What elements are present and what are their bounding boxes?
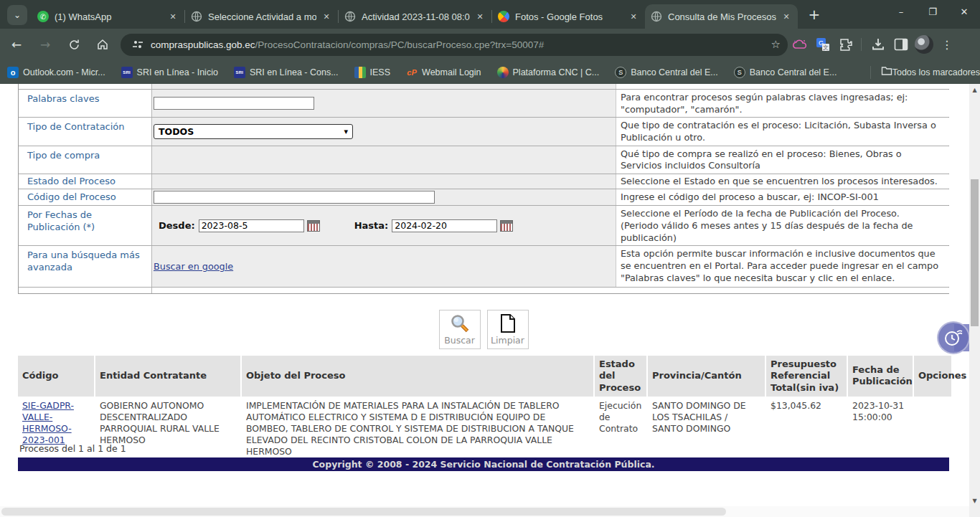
action-buttons: Buscar Limpiar <box>18 310 949 349</box>
results-table: Código Entidad Contratante Objeto del Pr… <box>17 354 953 461</box>
url-path: /ProcesoContratacion/compras/PC/buscarPr… <box>255 39 545 50</box>
bookmark-star-icon[interactable]: ☆ <box>771 38 781 51</box>
bookmark-label: SRI en Línea - Cons... <box>250 67 339 77</box>
url-text: compraspublicas.gob.ec/ProcesoContrataci… <box>151 39 767 50</box>
tab-actividad[interactable]: Actividad 2023-11-08 08:00: ✕ <box>339 4 491 29</box>
field-help: Que tipo de contratación es el proceso: … <box>616 118 950 145</box>
winged-clock-icon <box>943 327 964 348</box>
fecha-desde-input[interactable] <box>199 219 304 232</box>
scroll-up-arrow[interactable]: ▲ <box>969 84 980 95</box>
limpiar-label: Limpiar <box>491 335 524 346</box>
outlook-icon: o <box>7 67 19 78</box>
hasta-label: Hasta: <box>354 220 389 231</box>
profile-avatar[interactable] <box>913 34 935 55</box>
tab-seleccione-actividad[interactable]: Seleccione Actividad a modi ✕ <box>185 4 338 29</box>
forward-icon[interactable]: → <box>33 32 57 57</box>
table-row: SIE-GADPR-VALLE-HERMOSO-2023-001 GOBIERN… <box>18 398 951 460</box>
codigo-proceso-input[interactable] <box>154 191 435 204</box>
side-panel-icon[interactable] <box>890 34 912 55</box>
header-presupuesto: Presupuesto Referencial Total(sin iva) <box>766 356 847 397</box>
desde-label: Desde: <box>159 220 195 231</box>
tab-strip: ⌄ ✆ (1) WhatsApp ✕ Seleccione Actividad … <box>0 0 980 29</box>
bookmark-banco-central-1[interactable]: S Banco Central del E... <box>615 67 718 78</box>
field-help: Ingrese el código del proceso a buscar, … <box>616 189 950 205</box>
reload-icon[interactable] <box>62 32 86 57</box>
selected-option: TODOS <box>159 126 194 137</box>
proceso-codigo-link[interactable]: SIE-GADPR-VALLE-HERMOSO-2023-001 <box>22 400 74 445</box>
tipo-contratacion-select[interactable]: TODOS ▾ <box>154 124 353 139</box>
tab-close-icon[interactable]: ✕ <box>321 11 332 22</box>
home-icon[interactable] <box>90 32 115 57</box>
address-bar[interactable]: compraspublicas.gob.ec/ProcesoContrataci… <box>121 34 788 56</box>
downloads-icon[interactable] <box>867 34 889 55</box>
all-bookmarks[interactable]: Todos los marcadores <box>870 66 980 79</box>
scrollbar-thumb[interactable] <box>1 508 726 516</box>
tab-consulta-procesos-active[interactable]: Consulta de Mis Procesos ✕ <box>645 4 798 29</box>
field-label: Tipo de Contratación <box>27 121 125 132</box>
form-row-palabras-claves: Palabras claves Para encontrar procesos … <box>19 89 948 117</box>
fecha-hasta-input[interactable] <box>392 219 497 232</box>
tab-close-icon[interactable]: ✕ <box>628 11 639 22</box>
minimize-button[interactable]: – <box>885 0 917 23</box>
tab-close-icon[interactable]: ✕ <box>781 11 792 22</box>
globe-icon <box>651 11 662 22</box>
bookmark-webmail[interactable]: cP Webmail Login <box>406 67 481 78</box>
google-photos-icon <box>496 9 512 25</box>
new-tab-button[interactable]: + <box>805 6 824 23</box>
buscar-en-google-link[interactable]: Buscar en google <box>154 261 233 272</box>
buscar-button[interactable]: Buscar <box>439 310 481 349</box>
field-help: Seleccione el Período de la fecha de Pub… <box>616 206 950 245</box>
tab-close-icon[interactable]: ✕ <box>474 11 486 22</box>
sri-icon: SRI <box>121 67 133 78</box>
vertical-scrollbar[interactable]: ▲ ▼ <box>969 84 980 506</box>
extension-cloud-icon[interactable] <box>789 34 811 55</box>
bookmark-cnc[interactable]: Plataforma CNC | C... <box>497 67 600 78</box>
cell-fecha: 2023-10-31 15:00:00 <box>848 398 913 460</box>
globe-icon <box>344 11 356 22</box>
banco-central-icon: S <box>615 67 626 78</box>
back-icon[interactable]: ← <box>4 32 29 57</box>
tab-title: Fotos - Google Fotos <box>515 11 623 22</box>
field-label: Tipo de compra <box>27 150 100 161</box>
horizontal-scrollbar[interactable] <box>0 506 969 517</box>
bookmark-label: Plataforma CNC | C... <box>513 67 600 77</box>
translate-icon[interactable]: G文 <box>812 34 834 55</box>
bookmark-label: Banco Central del E... <box>631 67 718 77</box>
copyright-text: Copyright © 2008 - 2024 Servicio Naciona… <box>312 459 654 470</box>
tab-google-fotos[interactable]: Fotos - Google Fotos ✕ <box>492 4 645 29</box>
scroll-down-arrow[interactable]: ▼ <box>969 495 980 506</box>
bookmark-sri-inicio[interactable]: SRI SRI en Línea - Inicio <box>121 67 218 78</box>
bookmark-label: IESS <box>370 67 391 77</box>
bookmark-banco-central-2[interactable]: S Banco Central del E... <box>734 67 837 78</box>
all-bookmarks-label: Todos los marcadores <box>892 67 980 77</box>
floating-clock-widget[interactable] <box>937 321 970 354</box>
header-opciones: Opciones <box>914 356 951 397</box>
scrollbar-thumb[interactable] <box>971 179 979 326</box>
calendar-icon[interactable] <box>307 220 320 232</box>
tab-close-icon[interactable]: ✕ <box>167 11 179 22</box>
site-info-icon[interactable] <box>131 39 145 50</box>
tab-title: Actividad 2023-11-08 08:00: <box>362 11 470 22</box>
limpiar-button[interactable]: Limpiar <box>487 310 529 349</box>
header-entidad: Entidad Contratante <box>95 356 240 397</box>
chevron-down-icon: ⌄ <box>14 10 21 20</box>
extensions-puzzle-icon[interactable] <box>835 34 857 55</box>
close-button[interactable]: ✕ <box>948 0 980 23</box>
palabras-claves-input[interactable] <box>154 97 314 110</box>
header-estado: Estado del Proceso <box>595 356 646 397</box>
toolbar-separator <box>861 38 862 51</box>
form-row-partial <box>19 84 948 89</box>
field-label: Código del Proceso <box>27 191 116 202</box>
bookmark-sri-consultas[interactable]: SRI SRI en Línea - Cons... <box>234 67 339 78</box>
calendar-icon[interactable] <box>500 220 513 232</box>
tab-search-button[interactable]: ⌄ <box>7 5 27 25</box>
bookmark-iess[interactable]: IESS <box>354 67 391 78</box>
bookmark-outlook[interactable]: o Outlook.com - Micr... <box>7 67 105 78</box>
pagination-text: Procesos del 1 al 1 de 1 <box>19 443 126 454</box>
restore-button[interactable]: ❐ <box>917 0 948 23</box>
menu-kebab-icon[interactable]: ⋮ <box>936 34 958 55</box>
field-help: Qué tipo de compra se realizó en el proc… <box>616 146 950 174</box>
svg-text:文: 文 <box>823 44 829 51</box>
cell-opciones <box>914 398 951 460</box>
tab-whatsapp[interactable]: ✆ (1) WhatsApp ✕ <box>32 4 184 29</box>
